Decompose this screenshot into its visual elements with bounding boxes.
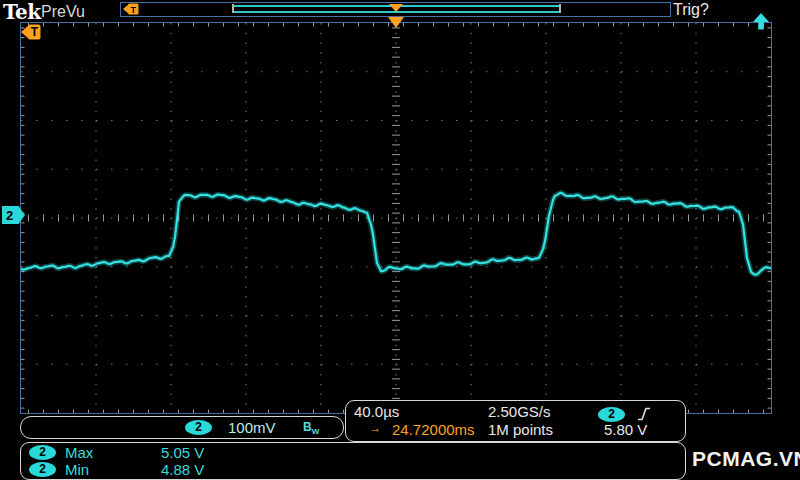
trigger-level: 5.80 V bbox=[604, 421, 647, 438]
measurement-row-min: 2 Min 4.88 V bbox=[21, 461, 685, 478]
acquisition-mode-label: PreVu bbox=[41, 3, 85, 21]
trigger-delay-time: 24.72000ms bbox=[392, 421, 475, 438]
record-expansion-point-icon bbox=[389, 4, 403, 12]
measurement-name: Min bbox=[65, 461, 89, 478]
record-window-bracket-right bbox=[559, 4, 561, 13]
waveform-plot bbox=[21, 23, 771, 413]
ch2-ground-marker-label: 2 bbox=[2, 208, 13, 223]
measurement-row-max: 2 Max 5.05 V bbox=[21, 444, 685, 461]
trigger-status-label: Trig? bbox=[673, 1, 709, 19]
acquisition-record-bar: T bbox=[120, 2, 671, 17]
trigger-expansion-marker-icon bbox=[388, 17, 404, 28]
measurements-readout: 2 Max 5.05 V 2 Min 4.88 V bbox=[20, 442, 686, 480]
measurement-channel-badge: 2 bbox=[29, 445, 56, 460]
record-trigger-offscreen-icon: T bbox=[123, 3, 139, 15]
trigger-source-badge: 2 bbox=[598, 407, 625, 422]
channel2-badge: 2 bbox=[185, 420, 212, 435]
horizontal-scale: 40.0µs bbox=[354, 403, 399, 420]
oscilloscope-screen: Tek PreVu T Trig? T 2 2 100mV BW bbox=[0, 0, 800, 480]
channel2-vertical-scale: 100mV bbox=[228, 419, 276, 436]
bandwidth-limit-icon: BW bbox=[303, 420, 319, 436]
record-length: 1M points bbox=[488, 421, 553, 438]
channel2-readout: 2 100mV BW bbox=[20, 416, 344, 439]
measurement-value: 5.05 V bbox=[161, 444, 204, 461]
measurement-channel-badge: 2 bbox=[29, 462, 56, 477]
watermark-label: PCMAG.VN bbox=[692, 447, 800, 471]
ch2-offscreen-level-arrow-icon bbox=[752, 13, 770, 30]
svg-text:T: T bbox=[131, 5, 137, 15]
graticule bbox=[20, 22, 772, 414]
arrow-right-icon: → bbox=[369, 421, 381, 435]
trigger-offscreen-left-icon: T bbox=[21, 24, 41, 40]
tek-logo: Tek bbox=[3, 0, 41, 24]
svg-text:T: T bbox=[31, 25, 39, 39]
sample-rate: 2.50GS/s bbox=[488, 403, 551, 420]
measurement-name: Max bbox=[65, 444, 93, 461]
trigger-rising-slope-icon bbox=[637, 406, 651, 422]
measurement-value: 4.88 V bbox=[161, 461, 204, 478]
timebase-trigger-readout: 40.0µs 2.50GS/s 2 T → ▼ 24.72000ms 1M po… bbox=[345, 400, 686, 442]
